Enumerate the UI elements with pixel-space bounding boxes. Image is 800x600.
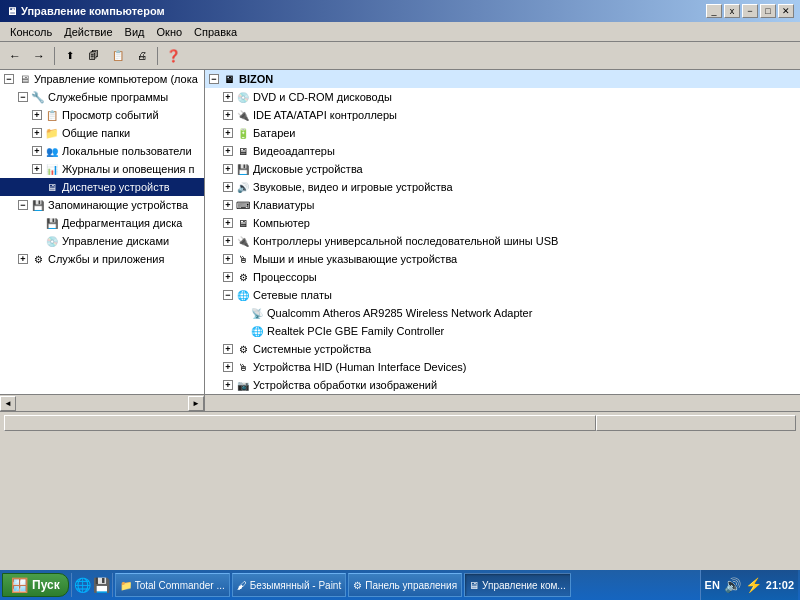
expand-mouse[interactable]: + (223, 254, 233, 264)
expand-bizon[interactable]: − (209, 74, 219, 84)
right-tree-root[interactable]: − 🖥 BIZON (205, 70, 800, 88)
expand-sound[interactable]: + (223, 182, 233, 192)
right-item-hid[interactable]: + 🖱 Устройства HID (Human Interface Devi… (205, 358, 800, 376)
right-item-ide[interactable]: + 🔌 IDE ATA/ATAPI контроллеры (205, 106, 800, 124)
expand-battery[interactable]: + (223, 128, 233, 138)
right-item-sound[interactable]: + 🔊 Звуковые, видео и игровые устройства (205, 178, 800, 196)
left-hscroll[interactable]: ◄ ► (0, 395, 205, 411)
tree-item-services[interactable]: + ⚙ Службы и приложения (0, 250, 204, 268)
scroll-area: ◄ ► (0, 394, 800, 411)
right-item-disk[interactable]: + 💾 Дисковые устройства (205, 160, 800, 178)
menu-window[interactable]: Окно (151, 24, 189, 40)
expand-utils[interactable]: − (18, 92, 28, 102)
tree-item-events[interactable]: + 📋 Просмотр событий (0, 106, 204, 124)
extra-btn-1[interactable]: _ (706, 4, 722, 18)
title-bar: 🖥 Управление компьютером _ x − □ ✕ (0, 0, 800, 22)
tree-item-devmgr[interactable]: 🖥 Диспетчер устройств (0, 178, 204, 196)
tree-item-logs[interactable]: + 📊 Журналы и оповещения п (0, 160, 204, 178)
expand-services[interactable]: + (18, 254, 28, 264)
right-item-net1[interactable]: 📡 Qualcomm Atheros AR9285 Wireless Netwo… (205, 304, 800, 322)
label-imaging: Устройства обработки изображений (253, 379, 437, 391)
expand-usb[interactable]: + (223, 236, 233, 246)
taskbar-btn-totalcmd[interactable]: 📁 Total Commander ... (115, 573, 230, 597)
right-item-imaging[interactable]: + 📷 Устройства обработки изображений (205, 376, 800, 394)
expand-computer[interactable]: + (223, 218, 233, 228)
expand-ide[interactable]: + (223, 110, 233, 120)
tree-item-root[interactable]: − 🖥 Управление компьютером (лока (0, 70, 204, 88)
scroll-left-btn[interactable]: ◄ (0, 396, 16, 411)
label-ide: IDE ATA/ATAPI контроллеры (253, 109, 397, 121)
right-item-dvd[interactable]: + 💿 DVD и CD-ROM дисководы (205, 88, 800, 106)
forward-button[interactable]: → (28, 45, 50, 67)
expand-sysdev[interactable]: + (223, 344, 233, 354)
scroll-right-btn[interactable]: ► (188, 396, 204, 411)
menu-help[interactable]: Справка (188, 24, 243, 40)
taskbar-btn-compmgmt[interactable]: 🖥 Управление ком... (464, 573, 571, 597)
up-button[interactable]: ⬆ (59, 45, 81, 67)
taskbar-icon-controlpanel: ⚙ (353, 580, 362, 591)
tray-volume[interactable]: ⚡ (745, 577, 762, 593)
right-item-sysdev[interactable]: + ⚙ Системные устройства (205, 340, 800, 358)
expand-video[interactable]: + (223, 146, 233, 156)
right-item-computer[interactable]: + 🖥 Компьютер (205, 214, 800, 232)
tree-item-storage[interactable]: − 💾 Запоминающие устройства (0, 196, 204, 214)
copy-button[interactable]: 🗐 (83, 45, 105, 67)
expand-disk[interactable]: + (223, 164, 233, 174)
expand-root[interactable]: − (4, 74, 14, 84)
extra-btn-2[interactable]: x (724, 4, 740, 18)
icon-storage: 💾 (30, 197, 46, 213)
label-hid: Устройства HID (Human Interface Devices) (253, 361, 466, 373)
right-item-net2[interactable]: 🌐 Realtek PCIe GBE Family Controller (205, 322, 800, 340)
expand-logs[interactable]: + (32, 164, 42, 174)
right-item-battery[interactable]: + 🔋 Батареи (205, 124, 800, 142)
label-disk: Дисковые устройства (253, 163, 363, 175)
tree-item-utils[interactable]: − 🔧 Служебные программы (0, 88, 204, 106)
right-item-cpu[interactable]: + ⚙ Процессоры (205, 268, 800, 286)
back-button[interactable]: ← (4, 45, 26, 67)
expand-events[interactable]: + (32, 110, 42, 120)
help-button[interactable]: ❓ (162, 45, 184, 67)
main-split: − 🖥 Управление компьютером (лока − 🔧 Слу… (0, 70, 800, 394)
tray-network[interactable]: 🔊 (724, 577, 741, 593)
expand-storage[interactable]: − (18, 200, 28, 210)
right-item-keyboard[interactable]: + ⌨ Клавиатуры (205, 196, 800, 214)
expand-folders[interactable]: + (32, 128, 42, 138)
scroll-track (18, 399, 186, 408)
quicklaunch-ie[interactable]: 🌐 (74, 577, 91, 593)
tree-item-diskmgr[interactable]: 💿 Управление дисками (0, 232, 204, 250)
expand-users[interactable]: + (32, 146, 42, 156)
minimize-button[interactable]: − (742, 4, 758, 18)
taskbar-btn-controlpanel[interactable]: ⚙ Панель управления (348, 573, 462, 597)
expand-keyboard[interactable]: + (223, 200, 233, 210)
right-item-mouse[interactable]: + 🖱 Мыши и иные указывающие устройства (205, 250, 800, 268)
expand-hid[interactable]: + (223, 362, 233, 372)
right-item-net[interactable]: − 🌐 Сетевые платы (205, 286, 800, 304)
menu-console[interactable]: Консоль (4, 24, 58, 40)
tree-item-folders[interactable]: + 📁 Общие папки (0, 124, 204, 142)
right-item-video[interactable]: + 🖥 Видеоадаптеры (205, 142, 800, 160)
expand-imaging[interactable]: + (223, 380, 233, 390)
tree-item-users[interactable]: + 👥 Локальные пользователи (0, 142, 204, 160)
taskbar-label-totalcmd: Total Commander ... (135, 580, 225, 591)
print-button[interactable]: 🖨 (131, 45, 153, 67)
label-sysdev: Системные устройства (253, 343, 371, 355)
taskbar-btn-paint[interactable]: 🖌 Безымянный - Paint (232, 573, 346, 597)
paste-button[interactable]: 📋 (107, 45, 129, 67)
right-item-usb[interactable]: + 🔌 Контроллеры универсальной последоват… (205, 232, 800, 250)
label-net: Сетевые платы (253, 289, 332, 301)
expand-dvd[interactable]: + (223, 92, 233, 102)
tray-lang[interactable]: EN (705, 579, 720, 591)
menu-action[interactable]: Действие (58, 24, 118, 40)
icon-net2: 🌐 (249, 323, 265, 339)
menu-view[interactable]: Вид (119, 24, 151, 40)
right-hscroll-area (205, 395, 800, 411)
expand-net[interactable]: − (223, 290, 233, 300)
start-button[interactable]: 🪟 Пуск (2, 573, 69, 597)
tree-item-defrag[interactable]: 💾 Дефрагментация диска (0, 214, 204, 232)
icon-keyboard: ⌨ (235, 197, 251, 213)
quicklaunch-save[interactable]: 💾 (93, 577, 110, 593)
expand-cpu[interactable]: + (223, 272, 233, 282)
maximize-button[interactable]: □ (760, 4, 776, 18)
icon-usb: 🔌 (235, 233, 251, 249)
close-button[interactable]: ✕ (778, 4, 794, 18)
